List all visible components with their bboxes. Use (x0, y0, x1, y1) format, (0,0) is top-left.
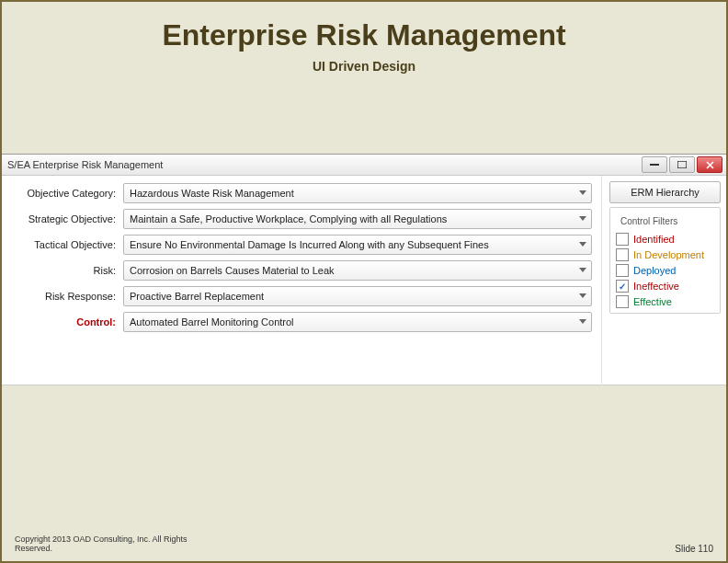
dropdown-objective-category[interactable]: Hazardous Waste Risk Management (123, 183, 592, 203)
minimize-icon (650, 164, 659, 166)
app-window: S/EA Enterprise Risk Management Objectiv… (2, 154, 726, 385)
row-risk: Risk: Corrosion on Barrels Causes Materi… (7, 260, 592, 281)
label-tactical-objective: Tactical Objective: (7, 239, 123, 250)
page-subtitle: UI Driven Design (2, 59, 726, 74)
close-icon (706, 161, 714, 169)
filter-label-deployed: Deployed (633, 265, 676, 276)
copyright: Copyright 2013 OAD Consulting, Inc. All … (15, 535, 188, 554)
checkbox-effective[interactable] (616, 295, 629, 308)
side-panel: ERM Hierarchy Control Filters Identified… (602, 176, 726, 385)
checkbox-deployed[interactable] (616, 264, 629, 277)
control-filters-title: Control Filters (618, 216, 680, 226)
dropdown-control[interactable]: Automated Barrel Monitoring Control (123, 312, 592, 332)
svg-rect-0 (650, 164, 659, 166)
label-control: Control: (7, 316, 123, 327)
filter-label-effective: Effective (633, 296, 672, 307)
slide: Enterprise Risk Management UI Driven Des… (0, 0, 728, 563)
window-controls (642, 156, 722, 173)
row-risk-response: Risk Response: Proactive Barrel Replacem… (7, 286, 592, 306)
label-risk-response: Risk Response: (7, 291, 123, 302)
checkbox-ineffective[interactable] (616, 280, 629, 293)
erm-hierarchy-button[interactable]: ERM Hierarchy (609, 181, 721, 203)
filter-label-identified: Identified (633, 234, 675, 245)
copyright-line-1: Copyright 2013 OAD Consulting, Inc. All … (15, 534, 188, 544)
window-titlebar[interactable]: S/EA Enterprise Risk Management (2, 155, 726, 176)
close-button[interactable] (697, 156, 722, 173)
slide-number: Slide 110 (675, 544, 713, 554)
svg-rect-1 (677, 161, 687, 168)
app-body: Objective Category: Hazardous Waste Risk… (2, 176, 726, 385)
minimize-button[interactable] (642, 156, 667, 173)
dropdown-tactical-objective[interactable]: Ensure No Environmental Damage Is Incurr… (123, 235, 592, 255)
row-strategic-objective: Strategic Objective: Maintain a Safe, Pr… (7, 209, 592, 229)
window-title: S/EA Enterprise Risk Management (7, 159, 163, 170)
filter-identified[interactable]: Identified (616, 233, 714, 246)
label-strategic-objective: Strategic Objective: (7, 213, 123, 224)
dropdown-risk[interactable]: Corrosion on Barrels Causes Material to … (123, 260, 592, 281)
filter-deployed[interactable]: Deployed (616, 264, 714, 277)
checkbox-identified[interactable] (616, 233, 629, 246)
dropdown-strategic-objective[interactable]: Maintain a Safe, Productive Workplace, C… (123, 209, 592, 229)
filter-effective[interactable]: Effective (616, 295, 714, 308)
page-title: Enterprise Risk Management (2, 18, 726, 52)
filter-in-development[interactable]: In Development (616, 248, 714, 261)
control-filters-group: Control Filters Identified In Developmen… (609, 207, 721, 314)
label-objective-category: Objective Category: (7, 188, 123, 199)
form-panel: Objective Category: Hazardous Waste Risk… (2, 176, 602, 385)
maximize-button[interactable] (669, 156, 695, 173)
label-risk: Risk: (7, 265, 123, 276)
dropdown-risk-response[interactable]: Proactive Barrel Replacement (123, 286, 592, 306)
row-objective-category: Objective Category: Hazardous Waste Risk… (7, 183, 592, 203)
checkbox-in-development[interactable] (616, 248, 629, 261)
filter-label-in-development: In Development (633, 249, 704, 260)
row-control: Control: Automated Barrel Monitoring Con… (7, 312, 592, 332)
row-tactical-objective: Tactical Objective: Ensure No Environmen… (7, 235, 592, 255)
filter-ineffective[interactable]: Ineffective (616, 280, 714, 293)
maximize-icon (677, 161, 687, 168)
filter-label-ineffective: Ineffective (633, 281, 679, 292)
copyright-line-2: Reserved. (15, 544, 52, 553)
